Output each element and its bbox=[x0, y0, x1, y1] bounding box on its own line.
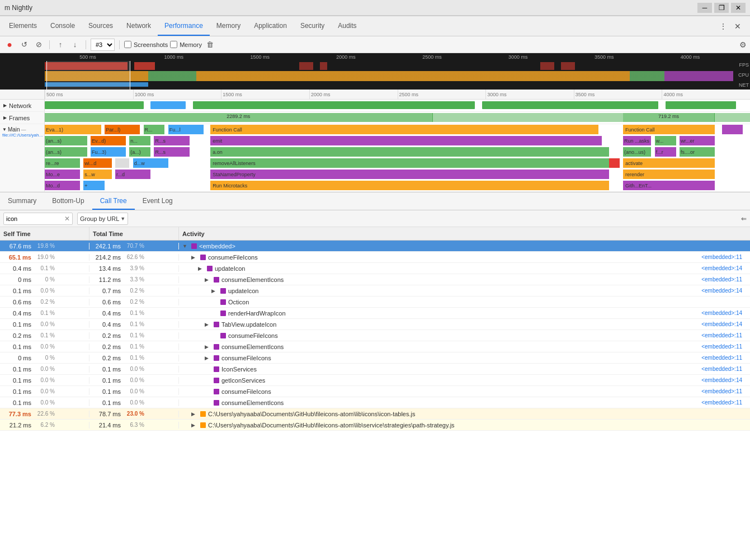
flame-block-activate[interactable]: activate bbox=[623, 158, 715, 168]
tab-network[interactable]: Network bbox=[120, 16, 158, 36]
link-2[interactable]: <embedded>:14 bbox=[701, 265, 747, 271]
header-activity[interactable]: Activity bbox=[179, 227, 750, 240]
upload-button[interactable]: ↑ bbox=[54, 39, 67, 51]
flame-block-run-asks[interactable]: Run ...asks bbox=[623, 136, 651, 145]
table-row[interactable]: 0.1 ms 0.0 % 0.1 ms 0.0 % consumeElement… bbox=[0, 397, 750, 408]
table-row[interactable]: 67.6 ms 19.8 % 242.1 ms 70.7 % <embedded… bbox=[0, 241, 750, 252]
tab-sources[interactable]: Sources bbox=[82, 16, 120, 36]
table-row[interactable]: 0.1 ms 0.0 % 0.2 ms 0.1 % consumeElement… bbox=[0, 341, 750, 352]
flame-block-emit[interactable]: emit bbox=[210, 136, 602, 145]
flame-block-gith[interactable]: Gith...EnT... bbox=[623, 181, 715, 190]
flame-block-wrer[interactable]: wr...er bbox=[680, 136, 715, 145]
flame-block-mod[interactable]: Mo...d bbox=[45, 181, 80, 190]
flame-block-stanamedprop[interactable]: StaNamedProperty bbox=[210, 170, 609, 179]
tab-memory[interactable]: Memory bbox=[210, 16, 247, 36]
collapse-button[interactable]: ⇐ bbox=[741, 215, 747, 223]
memory-checkbox[interactable] bbox=[170, 41, 177, 48]
expand-icon-16[interactable] bbox=[191, 422, 198, 428]
flame-block-aon[interactable]: a.on bbox=[210, 147, 609, 157]
table-row[interactable]: 0 ms 0 % 11.2 ms 3.3 % consumeElementIco… bbox=[0, 274, 750, 285]
filter-clear-button[interactable]: ✕ bbox=[64, 215, 70, 223]
record-button[interactable]: ● bbox=[3, 39, 16, 51]
flame-block-runmicro[interactable]: Run Microtacks bbox=[210, 181, 609, 190]
more-tabs-icon[interactable]: ⋮ bbox=[718, 21, 729, 32]
expand-icon-7[interactable] bbox=[205, 322, 211, 327]
expand-icon-3[interactable] bbox=[205, 277, 211, 283]
expand-icon-9[interactable] bbox=[205, 344, 211, 350]
table-row[interactable]: 0.1 ms 0.0 % 0.1 ms 0.0 % consumeFileIco… bbox=[0, 386, 750, 397]
flame-block-purple-end[interactable] bbox=[722, 125, 743, 134]
header-total-time[interactable]: Total Time bbox=[89, 227, 179, 240]
flame-block-evd[interactable]: Ev...d) bbox=[91, 136, 126, 145]
flame-block-rs2[interactable]: R...s bbox=[154, 147, 189, 157]
link-7[interactable]: <embedded>:14 bbox=[701, 321, 747, 327]
session-select[interactable]: #3 #2 #1 bbox=[91, 39, 115, 51]
flame-block-moe[interactable]: Mo...e bbox=[45, 170, 80, 179]
flame-block-n[interactable]: n... bbox=[129, 136, 150, 145]
flame-block-r[interactable]: R... bbox=[144, 125, 165, 134]
expand-icon-1[interactable] bbox=[191, 255, 198, 260]
flame-block-sw[interactable]: s...w bbox=[83, 170, 111, 179]
flame-block-fsor[interactable]: fs....or bbox=[680, 147, 715, 157]
header-self-time[interactable]: Self Time bbox=[0, 227, 89, 240]
flame-block-dw[interactable]: d...w bbox=[133, 158, 168, 168]
expand-icon-2[interactable] bbox=[198, 266, 205, 271]
settings-button[interactable]: ⚙ bbox=[739, 40, 747, 49]
flame-block-removeal[interactable]: removeAllListeners bbox=[210, 158, 609, 168]
stop-button[interactable]: ⊘ bbox=[32, 39, 45, 51]
flame-block-plus[interactable]: + bbox=[83, 181, 105, 190]
link-1[interactable]: <embedded>:11 bbox=[701, 254, 747, 260]
group-by-select[interactable]: Group by URL ▼ bbox=[77, 213, 128, 225]
expand-icon-0[interactable] bbox=[182, 243, 189, 249]
flame-block-fu[interactable]: Fu...l bbox=[168, 125, 204, 134]
memory-checkbox-wrap[interactable]: Memory bbox=[170, 41, 202, 48]
flame-block-rerender[interactable]: rerender bbox=[623, 170, 715, 179]
table-row[interactable]: 77.3 ms 22.6 % 78.7 ms 23.0 % C:\Users\y… bbox=[0, 408, 750, 420]
table-row[interactable]: 0 ms 0 % 0.2 ms 0.1 % consumeFileIcons <… bbox=[0, 352, 750, 364]
table-row[interactable]: 0.1 ms 0.0 % 0.7 ms 0.2 % updateIcon <em… bbox=[0, 285, 750, 297]
undock-icon[interactable]: ✕ bbox=[732, 21, 743, 32]
flame-block-wid[interactable]: wi...d bbox=[83, 158, 111, 168]
expand-icon-15[interactable] bbox=[191, 411, 198, 417]
main-track-label[interactable]: ▼ Main — file:///C:/Users/yahyaaba/AppDa… bbox=[0, 124, 45, 191]
flame-block-rere[interactable]: re...re bbox=[45, 158, 80, 168]
flame-block-rs[interactable]: R...s bbox=[154, 136, 189, 145]
network-track-label[interactable]: ▶ Network bbox=[0, 100, 45, 111]
close-button[interactable]: ✕ bbox=[731, 3, 746, 13]
tab-audits[interactable]: Audits bbox=[331, 16, 363, 36]
reload-record-button[interactable]: ↺ bbox=[18, 39, 30, 51]
link-4[interactable]: <embedded>:14 bbox=[701, 288, 747, 294]
flame-block-pipe[interactable] bbox=[115, 158, 129, 168]
link-6[interactable]: <embedded>:14 bbox=[701, 310, 747, 316]
restore-button[interactable]: ❐ bbox=[714, 3, 729, 13]
table-row[interactable]: 0.6 ms 0.2 % 0.6 ms 0.2 % Octicon bbox=[0, 297, 750, 308]
screenshots-checkbox[interactable] bbox=[124, 41, 131, 48]
mini-selection[interactable] bbox=[46, 61, 130, 90]
sub-tab-bottom-up[interactable]: Bottom-Up bbox=[44, 192, 92, 210]
tab-application[interactable]: Application bbox=[247, 16, 294, 36]
table-row[interactable]: 65.1 ms 19.0 % 214.2 ms 62.6 % consumeFi… bbox=[0, 252, 750, 263]
download-button[interactable]: ↓ bbox=[69, 39, 81, 51]
expand-icon-4[interactable] bbox=[211, 288, 218, 294]
link-14[interactable]: <embedded>:11 bbox=[701, 399, 747, 406]
tab-performance[interactable]: Performance bbox=[158, 16, 210, 36]
link-8[interactable]: <embedded>:11 bbox=[701, 332, 747, 338]
flame-block-par[interactable]: Par...l) bbox=[105, 125, 140, 134]
screenshots-checkbox-wrap[interactable]: Screenshots bbox=[124, 41, 168, 48]
flame-block-fu3[interactable]: Fu...3) bbox=[91, 147, 126, 157]
expand-icon-10[interactable] bbox=[205, 355, 211, 361]
flame-block-w[interactable]: w... bbox=[655, 136, 676, 145]
frames-track-label[interactable]: ▶ Frames bbox=[0, 112, 45, 124]
flame-block-rd[interactable]: r...d bbox=[115, 170, 150, 179]
table-row[interactable]: 0.1 ms 0.0 % 0.1 ms 0.0 % getIconService… bbox=[0, 375, 750, 386]
table-row[interactable]: 0.4 ms 0.1 % 13.4 ms 3.9 % updateIcon <e… bbox=[0, 263, 750, 274]
tab-elements[interactable]: Elements bbox=[2, 16, 44, 36]
tab-console[interactable]: Console bbox=[44, 16, 82, 36]
trash-button[interactable]: 🗑 bbox=[206, 40, 214, 49]
flame-block-ans1[interactable]: (an...s) bbox=[45, 136, 87, 145]
link-3[interactable]: <embedded>:11 bbox=[701, 276, 747, 283]
table-row[interactable]: 0.1 ms 0.0 % 0.4 ms 0.1 % TabView.update… bbox=[0, 319, 750, 330]
flame-block-a[interactable]: (a...) bbox=[129, 147, 150, 157]
link-10[interactable]: <embedded>:11 bbox=[701, 355, 747, 361]
flame-block-fr[interactable]: f...r bbox=[655, 147, 676, 157]
